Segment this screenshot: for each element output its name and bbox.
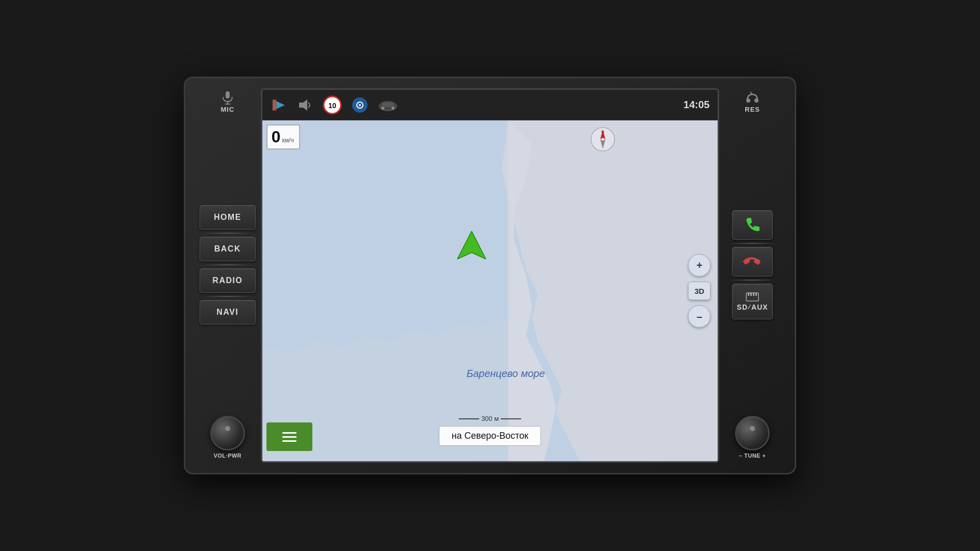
zoom-3d-button[interactable]: 3D xyxy=(688,282,710,300)
left-nav-buttons: HOME BACK RADIO NAVI xyxy=(200,205,256,324)
music-icon xyxy=(271,96,288,114)
ham-line-2 xyxy=(282,436,297,438)
svg-rect-0 xyxy=(226,91,230,98)
phone-end-button[interactable] xyxy=(732,247,773,277)
mic-icon xyxy=(220,90,235,105)
clock: 14:05 xyxy=(683,99,709,111)
speed-unit: км/ч xyxy=(282,137,294,144)
svg-rect-13 xyxy=(382,102,394,107)
divider xyxy=(729,280,775,281)
back-button[interactable]: BACK xyxy=(200,237,256,261)
zoom-out-button[interactable]: – xyxy=(688,305,710,328)
tune-knob[interactable] xyxy=(735,416,770,450)
left-panel: MIC HOME BACK RADIO NAVI VOL·PWR xyxy=(194,88,261,463)
tune-area: – TUNE + xyxy=(735,416,770,459)
res-label: RES xyxy=(745,106,760,113)
res-area: RES xyxy=(745,90,760,113)
divider xyxy=(203,233,253,234)
right-buttons: SD ⁄ AUX xyxy=(724,210,780,319)
svg-point-14 xyxy=(381,107,384,110)
mic-area: MIC xyxy=(220,90,235,113)
direction-box: на Северо-Восток xyxy=(439,426,541,446)
svg-text:N: N xyxy=(601,130,604,134)
vol-label: VOL·PWR xyxy=(213,453,241,459)
tune-knob-indicator xyxy=(750,426,755,431)
svg-rect-28 xyxy=(753,293,754,296)
svg-text:10: 10 xyxy=(328,102,336,110)
distance-label: 300 м xyxy=(459,415,521,422)
divider xyxy=(203,296,253,297)
ham-line-1 xyxy=(282,432,297,434)
status-icons-left: 10 xyxy=(271,95,398,115)
status-bar: 10 xyxy=(262,90,718,120)
mic-label: MIC xyxy=(220,106,234,113)
knob-indicator xyxy=(225,426,230,431)
volume-knob-area: VOL·PWR xyxy=(210,416,245,459)
sd-aux-button[interactable]: SD ⁄ AUX xyxy=(732,284,773,319)
nav-icon xyxy=(378,97,398,113)
sea-name-label: Баренцево море xyxy=(467,368,545,380)
svg-rect-27 xyxy=(750,293,752,296)
speed-value: 0 xyxy=(272,128,281,146)
zoom-in-button[interactable]: + xyxy=(688,254,710,277)
volume-knob[interactable] xyxy=(210,416,245,450)
nav-arrow xyxy=(457,231,486,269)
svg-marker-21 xyxy=(457,231,486,259)
svg-point-15 xyxy=(391,107,395,110)
compass[interactable]: N xyxy=(590,127,616,152)
gps-icon xyxy=(351,96,369,114)
speed-indicator: 0 км/ч xyxy=(266,124,300,149)
phone-call-button[interactable] xyxy=(732,210,773,240)
svg-marker-5 xyxy=(299,99,307,111)
navi-button[interactable]: NAVI xyxy=(200,300,256,324)
radio-button[interactable]: RADIO xyxy=(200,268,256,293)
svg-rect-4 xyxy=(273,99,277,111)
svg-point-23 xyxy=(754,98,758,103)
zoom-controls: + 3D – xyxy=(688,254,710,328)
distance-line-2 xyxy=(501,418,521,419)
menu-button[interactable] xyxy=(266,422,312,451)
home-button[interactable]: HOME xyxy=(200,205,256,230)
divider xyxy=(203,264,253,265)
aux-separator: ⁄ xyxy=(749,304,750,311)
svg-rect-29 xyxy=(755,293,757,296)
direction-text: на Северо-Восток xyxy=(452,431,528,441)
volume-icon xyxy=(297,97,313,113)
divider xyxy=(729,243,775,244)
hamburger-icon xyxy=(282,432,297,442)
head-unit: MIC HOME BACK RADIO NAVI VOL·PWR xyxy=(184,77,796,474)
svg-point-22 xyxy=(746,98,750,103)
distance-value: 300 м xyxy=(481,415,499,422)
sd-label: SD xyxy=(737,303,748,311)
right-panel: RES xyxy=(719,88,786,463)
distance-line xyxy=(459,418,479,419)
tune-label: – TUNE + xyxy=(739,453,766,459)
svg-point-10 xyxy=(359,104,361,106)
svg-rect-26 xyxy=(748,293,749,296)
main-screen: 10 xyxy=(261,88,719,463)
ham-line-3 xyxy=(282,440,297,442)
aux-label: AUX xyxy=(751,303,768,311)
res-icon xyxy=(745,90,760,105)
map-svg xyxy=(262,120,718,461)
speed-limit-badge: 10 xyxy=(323,95,342,115)
map-area[interactable]: 0 км/ч N Баренцево море xyxy=(262,120,718,461)
